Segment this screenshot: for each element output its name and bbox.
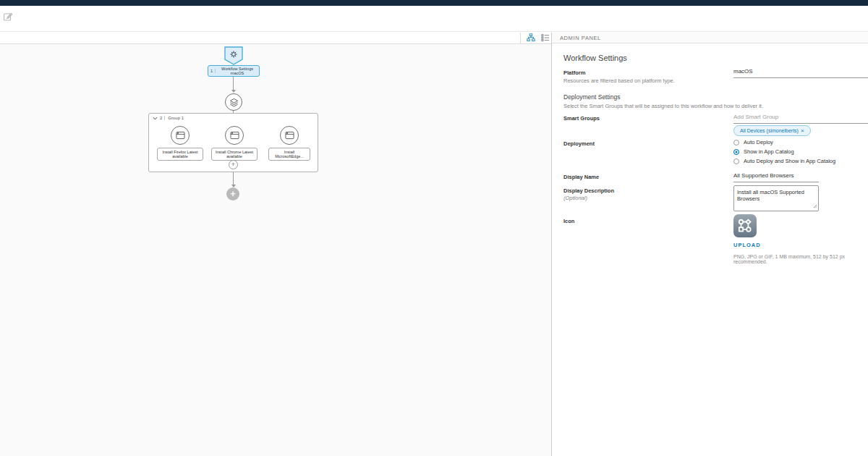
step-label: Install MicrosoftEdge...: [268, 148, 310, 161]
workflow-hierarchy-view-icon[interactable]: [527, 32, 535, 45]
platform-label: Platform: [563, 69, 585, 76]
radio-show-in-app-catalog[interactable]: Show in App Catalog: [733, 148, 794, 155]
admin-panel-title: ADMIN PANEL: [560, 35, 601, 41]
step-install-firefox[interactable]: Install Firefox Latest available: [157, 126, 203, 161]
upload-button[interactable]: UPLOAD: [733, 242, 761, 248]
platform-input[interactable]: macOS: [733, 68, 868, 78]
display-description-label: Display Description: [563, 187, 614, 194]
resources-node[interactable]: [225, 93, 242, 111]
platform-help: Resources are filtered based on platform…: [563, 77, 675, 84]
group-index: 2: [160, 116, 165, 120]
app-window-icon: [230, 131, 239, 140]
workflow-node-subtitle: macOS: [231, 71, 244, 75]
edit-icon[interactable]: [3, 12, 13, 22]
panel-title: Workflow Settings: [563, 54, 627, 62]
layers-icon: [229, 98, 239, 107]
workflow-node-index: 1: [208, 69, 216, 73]
deployment-settings-description: Select the Smart Groups that will be ass…: [563, 103, 763, 109]
connector-line: [233, 77, 234, 90]
step-install-microsoft-edge[interactable]: Install MicrosoftEdge...: [268, 126, 310, 161]
canvas-toolbar: [0, 33, 551, 43]
smart-group-chip-label: All Devices (simonelberts): [740, 128, 799, 133]
smart-group-chip[interactable]: All Devices (simonelberts) ×: [733, 125, 811, 136]
add-step-in-group-button[interactable]: +: [229, 160, 238, 169]
step-install-chrome[interactable]: Install Chrome Latest available: [211, 126, 258, 161]
deployment-label: Deployment: [563, 140, 595, 147]
chevron-down-icon[interactable]: [153, 117, 158, 120]
display-description-optional: (Optional): [563, 195, 587, 201]
radio-icon[interactable]: [733, 140, 739, 145]
connector-arrow-icon: [231, 90, 236, 93]
group-name: Group 1: [167, 116, 184, 120]
radio-auto-deploy[interactable]: Auto Deploy: [733, 139, 773, 145]
upload-note: PNG, JPG or GIF, 1 MB maximum, 512 by 51…: [733, 254, 867, 264]
workflow-settings-badge-icon[interactable]: [224, 46, 243, 65]
workflow-settings-node[interactable]: 1 Workflow Settings macOS: [208, 65, 260, 77]
admin-panel: Workflow Settings Platform Resources are…: [551, 43, 868, 456]
display-name-input[interactable]: All Supported Browsers: [733, 172, 819, 182]
list-view-icon[interactable]: [541, 32, 550, 45]
app-window-icon: [176, 131, 185, 140]
deployment-settings-title: Deployment Settings: [563, 93, 620, 101]
display-description-textarea[interactable]: Install all macOS Supported Browsers: [733, 185, 819, 211]
app-header: [0, 6, 868, 32]
smart-groups-label: Smart Groups: [563, 115, 600, 122]
app-window-icon: [285, 131, 294, 140]
step-label: Install Firefox Latest available: [157, 148, 203, 161]
resize-grip-icon[interactable]: [813, 203, 817, 210]
radio-auto-deploy-and-show[interactable]: Auto Deploy and Show in App Catalog: [733, 158, 835, 164]
workflow-icon-preview[interactable]: [733, 214, 757, 237]
admin-panel-header: ADMIN PANEL: [551, 33, 868, 43]
display-name-label: Display Name: [563, 174, 599, 180]
add-smart-group-input[interactable]: Add Smart Group: [733, 114, 868, 124]
radio-selected-icon[interactable]: [733, 149, 739, 155]
remove-chip-icon[interactable]: ×: [801, 127, 804, 134]
connector-line: [233, 172, 234, 185]
workflow-glyph-icon: [737, 218, 753, 234]
step-label: Install Chrome Latest available: [211, 148, 258, 161]
icon-label: Icon: [563, 218, 574, 224]
add-node-button[interactable]: +: [226, 187, 239, 200]
workflow-canvas[interactable]: 1 Workflow Settings macOS 2 Group 1: [0, 43, 551, 456]
top-navigation-bar: [0, 0, 868, 6]
radio-icon[interactable]: [733, 159, 739, 164]
